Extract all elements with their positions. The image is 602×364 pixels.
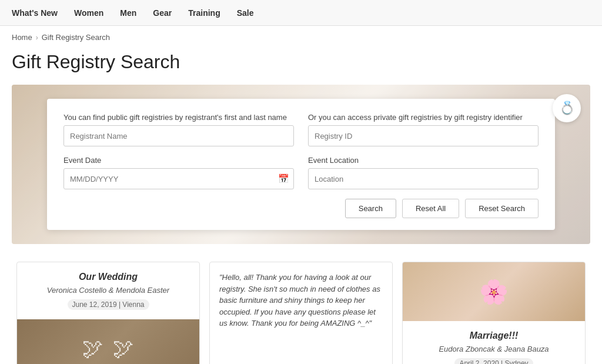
nav-training[interactable]: Training <box>188 8 220 18</box>
reset-all-button[interactable]: Reset All <box>402 199 459 218</box>
breadcrumb-current: Gift Registry Search <box>42 33 110 42</box>
page-title: Gift Registry Search <box>0 49 602 85</box>
public-label: You can find public gift registries by r… <box>63 113 294 122</box>
nav-women[interactable]: Women <box>74 8 103 18</box>
card-our-wedding-image: 🕊 🕊 <box>17 319 199 364</box>
event-location-input[interactable] <box>308 168 539 189</box>
card-our-wedding-date: June 12, 2019 | Vienna <box>68 299 149 310</box>
form-row-top: You can find public gift registries by r… <box>63 113 539 146</box>
card-marriage-image: 🌸 <box>403 262 585 321</box>
card-quote-text: "Hello, all! Thank you for having a look… <box>210 262 392 339</box>
breadcrumb-separator: › <box>36 34 38 42</box>
event-date-label: Event Date <box>63 156 294 165</box>
main-nav: What's New Women Men Gear Training Sale <box>0 0 602 26</box>
nav-men[interactable]: Men <box>120 8 136 18</box>
event-location-col: Event Location <box>308 156 539 189</box>
card-marriage-date: April 2, 2020 | Sydney <box>454 358 533 364</box>
cards-section: Our Wedding Veronica Costello & Mendola … <box>12 262 590 364</box>
event-date-input[interactable] <box>63 168 294 189</box>
card-our-wedding-title: Our Wedding <box>26 272 190 282</box>
search-button[interactable]: Search <box>345 199 396 218</box>
card-our-wedding-names: Veronica Costello & Mendola Easter <box>26 286 190 295</box>
search-form: You can find public gift registries by r… <box>47 99 555 230</box>
nav-gear[interactable]: Gear <box>153 8 172 18</box>
card-our-wedding-text: Our Wedding Veronica Costello & Mendola … <box>17 262 199 319</box>
form-actions: Search Reset All Reset Search <box>63 199 539 218</box>
nav-whats-new[interactable]: What's New <box>12 8 58 18</box>
bird-left-icon: 🕊 <box>82 336 103 361</box>
card-marriage-title: Marriage!!! <box>412 330 576 341</box>
breadcrumb-home[interactable]: Home <box>12 33 32 42</box>
bird-right-icon: 🕊 <box>113 336 134 361</box>
private-search-col: Or you can access private gift registrie… <box>308 113 539 146</box>
card-quote: "Hello, all! Thank you for having a look… <box>209 262 393 364</box>
form-row-bottom: Event Date 📅 Event Location <box>63 156 539 189</box>
event-location-label: Event Location <box>308 156 539 165</box>
card-marriage-names: Eudora Zboncak & Jeana Bauza <box>412 345 576 353</box>
registrant-name-input[interactable] <box>63 125 294 146</box>
event-date-col: Event Date 📅 <box>63 156 294 189</box>
ring-icon: 💍 <box>553 94 581 122</box>
registry-id-input[interactable] <box>308 125 539 146</box>
reset-search-button[interactable]: Reset Search <box>465 199 539 218</box>
breadcrumb: Home › Gift Registry Search <box>0 26 602 49</box>
private-label: Or you can access private gift registrie… <box>308 113 539 122</box>
nav-sale[interactable]: Sale <box>237 8 254 18</box>
card-marriage: 🌸 Marriage!!! Eudora Zboncak & Jeana Bau… <box>402 262 586 364</box>
card-our-wedding: Our Wedding Veronica Costello & Mendola … <box>16 262 200 364</box>
hero-banner: 💍 You can find public gift registries by… <box>12 85 590 244</box>
card-marriage-text: Marriage!!! Eudora Zboncak & Jeana Bauza… <box>403 321 585 364</box>
public-search-col: You can find public gift registries by r… <box>63 113 294 146</box>
date-wrapper: 📅 <box>63 168 294 189</box>
flower-icon: 🌸 <box>479 278 509 306</box>
